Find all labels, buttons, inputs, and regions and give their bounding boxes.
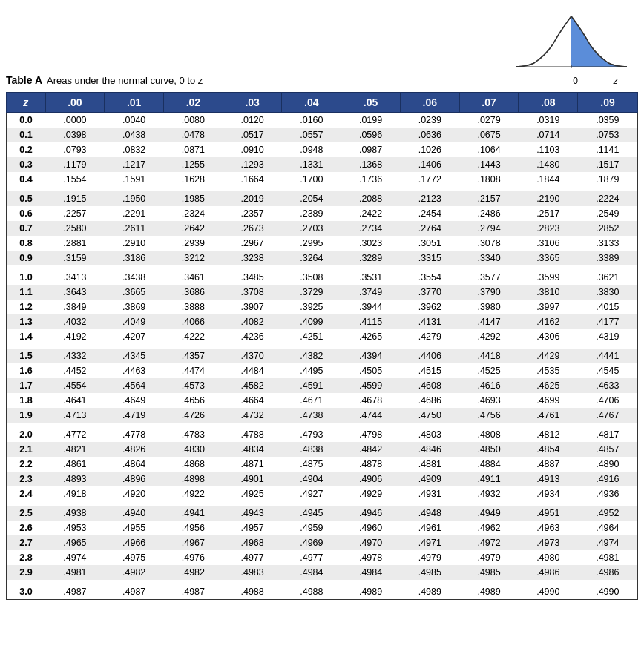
table-cell: .4582: [223, 378, 282, 393]
table-cell: .1255: [164, 157, 223, 172]
z-value: 2.9: [7, 565, 46, 580]
table-cell: .1141: [578, 142, 638, 157]
table-cell: .4812: [519, 427, 578, 442]
table-cell: .2517: [519, 206, 578, 221]
table-cell: .4967: [164, 535, 223, 550]
table-row: 0.7.2580.2611.2642.2673.2703.2734.2764.2…: [7, 221, 638, 236]
table-cell: .3106: [519, 236, 578, 251]
table-cell: .2823: [519, 221, 578, 236]
table-cell: .3508: [282, 270, 341, 285]
table-cell: .4370: [223, 349, 282, 363]
col-header-z: z: [7, 93, 46, 113]
table-cell: .4957: [223, 521, 282, 535]
table-cell: .3686: [164, 285, 223, 300]
table-cell: .4913: [519, 472, 578, 486]
table-cell: .2764: [400, 221, 459, 236]
table-cell: .4936: [578, 486, 638, 501]
table-cell: .4945: [282, 506, 341, 521]
table-cell: .4545: [578, 363, 638, 378]
table-cell: .4783: [164, 427, 223, 442]
table-body: 0.0.0000.0040.0080.0120.0160.0199.0239.0…: [7, 113, 638, 600]
table-cell: .3264: [282, 251, 341, 265]
table-cell: .4909: [400, 472, 459, 486]
table-cell: .4982: [105, 565, 164, 580]
table-cell: .0714: [519, 128, 578, 142]
z-value: 2.7: [7, 535, 46, 550]
top-section: Table A Areas under the normal curve, 0 …: [6, 7, 638, 86]
table-cell: .4973: [519, 535, 578, 550]
table-row: 1.9.4713.4719.4726.4732.4738.4744.4750.4…: [7, 408, 638, 423]
table-cell: .4989: [341, 584, 401, 600]
table-header-row: z .00 .01 .02 .03 .04 .05 .06 .07 .08 .0…: [7, 93, 638, 113]
table-cell: .1179: [45, 157, 105, 172]
table-cell: .4207: [105, 329, 164, 344]
table-cell: .4332: [45, 349, 105, 363]
table-cell: .4948: [400, 506, 459, 521]
table-cell: .3621: [578, 270, 638, 285]
table-cell: .4868: [164, 457, 223, 472]
table-cell: .4793: [282, 427, 341, 442]
bell-curve-svg: [512, 7, 631, 74]
table-cell: .3438: [105, 270, 164, 285]
table-cell: .4979: [459, 550, 519, 565]
table-cell: .4974: [45, 550, 105, 565]
table-cell: .1064: [459, 142, 519, 157]
table-cell: .4974: [578, 535, 638, 550]
table-cell: .4929: [341, 486, 401, 501]
z-value: 1.8: [7, 393, 46, 408]
table-cell: .4788: [223, 427, 282, 442]
table-cell: .3888: [164, 300, 223, 314]
table-row: 2.1.4821.4826.4830.4834.4838.4842.4846.4…: [7, 442, 638, 457]
table-cell: .4842: [341, 442, 401, 457]
table-row: 2.3.4893.4896.4898.4901.4904.4906.4909.4…: [7, 472, 638, 486]
table-cell: .0636: [400, 128, 459, 142]
table-cell: .4956: [164, 521, 223, 535]
z-value: 0.5: [7, 191, 46, 206]
table-cell: .3389: [578, 251, 638, 265]
table-cell: .4906: [341, 472, 401, 486]
table-cell: .4961: [400, 521, 459, 535]
table-cell: .4505: [341, 363, 401, 378]
table-cell: .2224: [578, 191, 638, 206]
table-cell: .4846: [400, 442, 459, 457]
table-cell: .4972: [459, 535, 519, 550]
table-cell: .0160: [282, 113, 341, 128]
z-value: 1.9: [7, 408, 46, 423]
table-cell: .4987: [164, 584, 223, 600]
table-cell: .4192: [45, 329, 105, 344]
table-cell: .4693: [459, 393, 519, 408]
table-cell: .4066: [164, 314, 223, 329]
table-cell: .4901: [223, 472, 282, 486]
table-title-area: Table A Areas under the normal curve, 0 …: [6, 30, 203, 86]
table-row: 0.5.1915.1950.1985.2019.2054.2088.2123.2…: [7, 191, 638, 206]
table-cell: .4082: [223, 314, 282, 329]
table-cell: .4988: [282, 584, 341, 600]
table-cell: .4987: [45, 584, 105, 600]
table-cell: .2580: [45, 221, 105, 236]
table-cell: .2324: [164, 206, 223, 221]
col-header-00: .00: [45, 93, 105, 113]
table-cell: .4990: [519, 584, 578, 600]
table-cell: .0000: [45, 113, 105, 128]
table-cell: .4864: [105, 457, 164, 472]
table-cell: .4599: [341, 378, 401, 393]
table-cell: .4977: [223, 550, 282, 565]
table-cell: .3729: [282, 285, 341, 300]
table-cell: .3238: [223, 251, 282, 265]
table-cell: .0675: [459, 128, 519, 142]
col-header-04: .04: [282, 93, 341, 113]
table-cell: .3365: [519, 251, 578, 265]
table-cell: .4977: [282, 550, 341, 565]
col-header-07: .07: [459, 93, 519, 113]
table-cell: .4306: [519, 329, 578, 344]
table-cell: .4960: [341, 521, 401, 535]
table-row: 2.5.4938.4940.4941.4943.4945.4946.4948.4…: [7, 506, 638, 521]
table-cell: .4878: [341, 457, 401, 472]
table-cell: .2157: [459, 191, 519, 206]
table-row: 2.2.4861.4864.4868.4871.4875.4878.4881.4…: [7, 457, 638, 472]
table-cell: .4898: [164, 472, 223, 486]
table-cell: .3340: [459, 251, 519, 265]
table-cell: .2357: [223, 206, 282, 221]
table-cell: .3485: [223, 270, 282, 285]
table-cell: .0557: [282, 128, 341, 142]
